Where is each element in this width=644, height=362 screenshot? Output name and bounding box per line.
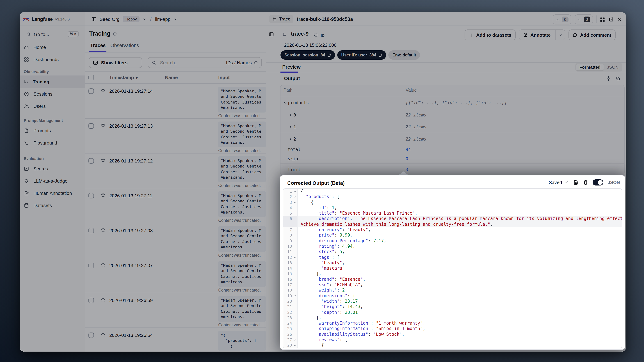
editor-line[interactable]: 28 { [283,343,622,348]
save-status: Saved [549,180,569,185]
editor-line[interactable]: 14 "mascara" [283,266,622,271]
editor-line[interactable]: 4 "id": 1, [283,205,622,211]
fold-chevron-icon [292,310,297,315]
editor-gutter: 17 [283,282,298,288]
editor-line[interactable]: 26 "availabilityStatus": "Low Stock", [283,332,622,337]
fold-chevron-icon [292,304,297,310]
editor-line[interactable]: 19 "dimensions": { [283,293,622,299]
editor-line[interactable]: 7 "category": "beauty", [283,227,622,233]
editor-line[interactable]: 3 { [283,200,622,205]
line-number: 25 [283,326,292,332]
line-number: 22 [283,310,292,315]
desktop-backdrop: Langfuse v3.146.0 Go to... ⌘ K HomeDashb… [0,0,644,362]
fold-chevron-icon[interactable] [292,255,297,260]
editor-line[interactable]: 2 "products": [ [283,194,622,200]
line-number: 19 [283,293,292,299]
code-text: "tags": [ [298,255,340,260]
save-status-label: Saved [549,180,562,185]
code-text: "dimensions": { [298,293,355,299]
editor-line[interactable]: 9 "discountPercentage": 7.17, [283,238,622,244]
code-text: "width": 23.17, [298,299,360,304]
panel-resize-handle[interactable] [398,172,409,176]
editor-line[interactable]: 10 "rating": 4.94, [283,244,622,249]
editor-line[interactable]: 17 "sku": "RCH45Q1A", [283,282,622,288]
editor-line[interactable]: 22 "depth": 28.01 [283,310,622,315]
fold-chevron-icon [292,282,297,288]
code-text: "mascara" [298,266,345,271]
editor-line[interactable]: 6 "description": "The Essence Mascara La… [283,216,622,222]
editor-line[interactable]: 16 "brand": "Essence", [283,277,622,282]
editor-gutter: 12 [283,255,298,260]
editor-gutter: 18 [283,288,298,293]
line-number: 5 [283,211,292,216]
line-number: 14 [283,266,292,271]
fold-chevron-icon[interactable] [292,189,297,194]
editor-gutter: 26 [283,332,298,337]
editor-line[interactable]: 13 "beauty", [283,260,622,266]
editor-line[interactable]: 8 "price": 9.99, [283,233,622,238]
check-icon [564,180,569,185]
delete-icon[interactable] [583,180,588,185]
editor-line[interactable]: 15 ], [283,271,622,277]
editor-gutter: 10 [283,244,298,249]
editor-line[interactable]: Achieve dramatic lashes with this long-l… [283,222,622,227]
code-text: }, [298,315,322,321]
fold-chevron-icon[interactable] [292,194,297,200]
code-text: "id": 1, [298,205,337,211]
editor-gutter: 9 [283,238,298,244]
editor-line[interactable]: 18 "weight": 2, [283,288,622,293]
editor-gutter: 3 [283,200,298,205]
line-number: 4 [283,205,292,211]
editor-gutter: 7 [283,227,298,233]
json-view-toggle[interactable] [592,180,603,186]
line-number: 2 [283,194,292,200]
diff-file-icon[interactable] [573,180,578,185]
editor-line[interactable]: 23 }, [283,315,622,321]
code-text: "depth": 28.01 [298,310,358,315]
editor-line[interactable]: 20 "width": 23.17, [283,299,622,304]
code-text: "sku": "RCH45Q1A", [298,282,363,288]
editor-line[interactable]: 11 "stock": 5, [283,249,622,255]
app-window: Langfuse v3.146.0 Go to... ⌘ K HomeDashb… [20,12,626,352]
code-text: ], [298,271,322,277]
fold-chevron-icon[interactable] [292,337,297,343]
fold-chevron-icon[interactable] [292,293,297,299]
editor-gutter: 25 [283,326,298,332]
fold-chevron-icon [292,249,297,255]
code-text: "rating": 4.94, [298,244,355,249]
editor-gutter: 6 [283,216,298,222]
editor-line[interactable]: 27 "reviews": [ [283,337,622,343]
code-text: "stock": 5, [298,249,345,255]
editor-line[interactable]: 24 "warrantyInformation": "1 month warra… [283,321,622,326]
editor-line[interactable]: 25 "shippingInformation": "Ships in 1 mo… [283,326,622,332]
editor-line[interactable]: 21 "height": 14.43, [283,304,622,310]
fold-chevron-icon [292,321,297,326]
line-number: 16 [283,277,292,282]
editor-gutter: 28 [283,343,298,348]
code-text: { [298,189,303,194]
fold-chevron-icon[interactable] [292,343,297,348]
line-number: 23 [283,315,292,321]
code-text: "title": "Essence Mascara Lash Prince", [298,211,418,216]
code-text: { [298,200,314,205]
line-number: 1 [283,189,292,194]
code-text: "description": "The Essence Mascara Lash… [298,216,622,222]
code-text: "brand": "Essence", [298,277,366,282]
line-number: 10 [283,244,292,249]
editor-gutter: 19 [283,293,298,299]
code-text: "category": "beauty", [298,227,371,233]
editor-gutter: 27 [283,337,298,343]
json-code-editor[interactable]: 1{2 "products": [3 {4 "id": 1,5 "title":… [283,188,622,348]
editor-line[interactable]: 12 "tags": [ [283,255,622,260]
editor-line[interactable]: 5 "title": "Essence Mascara Lash Prince"… [283,211,622,216]
code-text: "reviews": [ [298,337,347,343]
editor-line[interactable]: 1{ [283,189,622,194]
line-number: 28 [283,343,292,348]
line-number: 20 [283,299,292,304]
fold-chevron-icon [292,260,297,266]
fold-chevron-icon [292,299,297,304]
editor-gutter [283,222,298,227]
line-number: 18 [283,288,292,293]
editor-gutter: 24 [283,321,298,326]
fold-chevron-icon[interactable] [292,200,297,205]
